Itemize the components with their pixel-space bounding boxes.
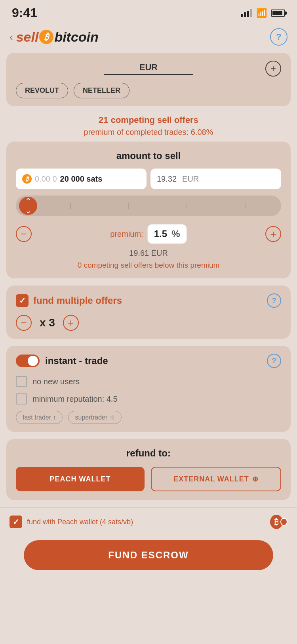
slider-tick bbox=[245, 203, 246, 209]
eur-amount-value: 19.32 bbox=[157, 174, 177, 184]
trader-badges: fast trader ↑ supertrader ☆ bbox=[16, 411, 281, 424]
title-sell: sell bbox=[16, 29, 39, 45]
status-bar: 9:41 📶 bbox=[0, 0, 297, 24]
checkmark-icon: ✓ bbox=[19, 296, 26, 305]
amount-inputs: ₿ 0.00 020 000 sats 19.32 EUR bbox=[16, 169, 281, 189]
percent-icon: % bbox=[171, 228, 180, 240]
external-wallet-button[interactable]: EXTERNAL WALLET ⊕ bbox=[151, 467, 281, 491]
fund-multiple-title: fund multiple offers bbox=[33, 295, 122, 306]
add-icon: + bbox=[270, 63, 276, 74]
currency-label: EUR bbox=[104, 62, 192, 75]
fund-multiplier-row: − x 3 + bbox=[16, 315, 281, 331]
slider-tick bbox=[70, 203, 71, 209]
premium-completed-text: premium of completed trades: 6.08% bbox=[0, 128, 297, 137]
toggle-knob bbox=[28, 356, 38, 366]
battery-icon bbox=[271, 10, 285, 17]
amount-title: amount to sell bbox=[16, 150, 281, 161]
min-reputation-checkbox[interactable] bbox=[16, 393, 27, 404]
fund-help-icon: ? bbox=[272, 297, 276, 305]
app-title: sell ₿ bitcoin bbox=[16, 29, 99, 45]
toggle-dot-icon bbox=[280, 518, 287, 526]
refund-title: refund to: bbox=[16, 448, 281, 459]
btc-icon: ₿ bbox=[22, 174, 32, 184]
premium-decrease-button[interactable]: − bbox=[16, 226, 32, 242]
premium-row: − premium: 1.5 % + bbox=[16, 224, 281, 244]
instant-trade-toggle[interactable] bbox=[16, 355, 40, 367]
currency-card: EUR + REVOLUT NETELLER bbox=[6, 53, 291, 106]
fund-checkbox-row: ✓ fund with Peach wallet (4 sats/vb) bbox=[10, 516, 133, 528]
header-left: ‹ sell ₿ bitcoin bbox=[10, 29, 99, 45]
fast-trader-label: fast trader ↑ bbox=[23, 414, 56, 421]
payment-methods: REVOLUT NETELLER bbox=[16, 83, 281, 98]
instant-help-icon: ? bbox=[272, 357, 276, 365]
instant-trade-card: instant - trade ? no new users minimum r… bbox=[6, 346, 291, 432]
premium-increase-button[interactable]: + bbox=[265, 226, 281, 242]
eur-label: EUR bbox=[182, 174, 199, 184]
competing-below-text: 0 competing sell offers below this premi… bbox=[16, 261, 281, 270]
slider-ticks bbox=[37, 203, 278, 209]
back-button[interactable]: ‹ bbox=[10, 31, 13, 43]
slider-thumb[interactable]: ⌃⌄ bbox=[19, 197, 37, 215]
fund-peach-checkbox[interactable]: ✓ bbox=[10, 516, 22, 528]
amount-slider[interactable]: ⌃⌄ bbox=[16, 196, 281, 216]
status-icons: 📶 bbox=[241, 8, 285, 18]
multiplier-increase-button[interactable]: + bbox=[63, 315, 79, 331]
instant-title: instant - trade bbox=[45, 355, 108, 366]
supertrader-badge[interactable]: supertrader ☆ bbox=[68, 411, 121, 424]
fund-title-row: ✓ fund multiple offers bbox=[16, 294, 122, 307]
title-bitcoin: bitcoin bbox=[54, 29, 98, 45]
min-reputation-option: minimum reputation: 4.5 bbox=[16, 393, 281, 404]
min-reputation-label: minimum reputation: 4.5 bbox=[32, 395, 118, 404]
escrow-btn-container: FUND ESCROW bbox=[0, 536, 297, 582]
external-wallet-label: EXTERNAL WALLET bbox=[173, 475, 249, 483]
fund-checkmark-icon: ✓ bbox=[13, 517, 19, 527]
instant-header: instant - trade ? bbox=[16, 354, 281, 368]
instant-left: instant - trade bbox=[16, 355, 108, 367]
slider-tick bbox=[128, 203, 129, 209]
bitcoin-toggle-icon: ₿ bbox=[270, 513, 287, 531]
signal-icon bbox=[241, 9, 252, 17]
competing-section: 21 competing sell offers premium of comp… bbox=[0, 113, 297, 142]
slider-tick bbox=[187, 203, 187, 209]
neteller-chip[interactable]: NETELLER bbox=[74, 83, 129, 98]
fund-multiple-checkbox[interactable]: ✓ bbox=[16, 294, 29, 307]
bottom-bar: ✓ fund with Peach wallet (4 sats/vb) ₿ bbox=[0, 507, 297, 536]
premium-label: premium: bbox=[110, 230, 143, 239]
premium-center: premium: 1.5 % bbox=[110, 224, 187, 244]
refund-buttons: PEACH WALLET EXTERNAL WALLET ⊕ bbox=[16, 467, 281, 491]
bitcoin-logo-icon: ₿ bbox=[39, 30, 53, 44]
refund-card: refund to: PEACH WALLET EXTERNAL WALLET … bbox=[6, 439, 291, 500]
external-wallet-icon: ⊕ bbox=[252, 475, 259, 483]
btc-amount-grey: 0.00 0 bbox=[35, 174, 57, 184]
amount-card: amount to sell ₿ 0.00 020 000 sats 19.32… bbox=[6, 142, 291, 278]
header-help-icon: ? bbox=[276, 32, 281, 42]
add-currency-button[interactable]: + bbox=[265, 61, 281, 77]
eur-amount-input[interactable]: 19.32 EUR bbox=[150, 169, 281, 189]
peach-wallet-button[interactable]: PEACH WALLET bbox=[16, 467, 145, 491]
wifi-icon: 📶 bbox=[256, 8, 267, 18]
status-time: 9:41 bbox=[12, 6, 37, 20]
multiplier-decrease-button[interactable]: − bbox=[16, 315, 32, 331]
premium-input[interactable]: 1.5 % bbox=[147, 224, 187, 244]
premium-value: 1.5 bbox=[154, 228, 167, 240]
header: ‹ sell ₿ bitcoin ? bbox=[0, 24, 297, 53]
supertrader-label: supertrader ☆ bbox=[75, 414, 114, 421]
header-help-button[interactable]: ? bbox=[270, 28, 287, 46]
competing-offers-text: 21 competing sell offers bbox=[0, 115, 297, 125]
premium-eur-value: 19.61 EUR bbox=[16, 249, 281, 258]
no-new-users-label: no new users bbox=[32, 377, 80, 386]
instant-help-button[interactable]: ? bbox=[267, 354, 281, 368]
multiplier-value: x 3 bbox=[40, 316, 55, 329]
fund-escrow-button[interactable]: FUND ESCROW bbox=[24, 540, 273, 570]
no-new-users-option: no new users bbox=[16, 376, 281, 387]
no-new-users-checkbox[interactable] bbox=[16, 376, 27, 387]
slider-arrows-icon: ⌃⌄ bbox=[25, 196, 32, 215]
fund-multiple-help-button[interactable]: ? bbox=[267, 293, 281, 308]
btc-amount-input[interactable]: ₿ 0.00 020 000 sats bbox=[16, 169, 147, 189]
fund-header: ✓ fund multiple offers ? bbox=[16, 293, 281, 308]
fund-peach-label: fund with Peach wallet (4 sats/vb) bbox=[27, 518, 133, 526]
fund-multiple-card: ✓ fund multiple offers ? − x 3 + bbox=[6, 286, 291, 339]
fast-trader-badge[interactable]: fast trader ↑ bbox=[16, 411, 63, 424]
revolut-chip[interactable]: REVOLUT bbox=[16, 83, 68, 98]
btc-amount-dark: 20 000 sats bbox=[60, 174, 103, 184]
